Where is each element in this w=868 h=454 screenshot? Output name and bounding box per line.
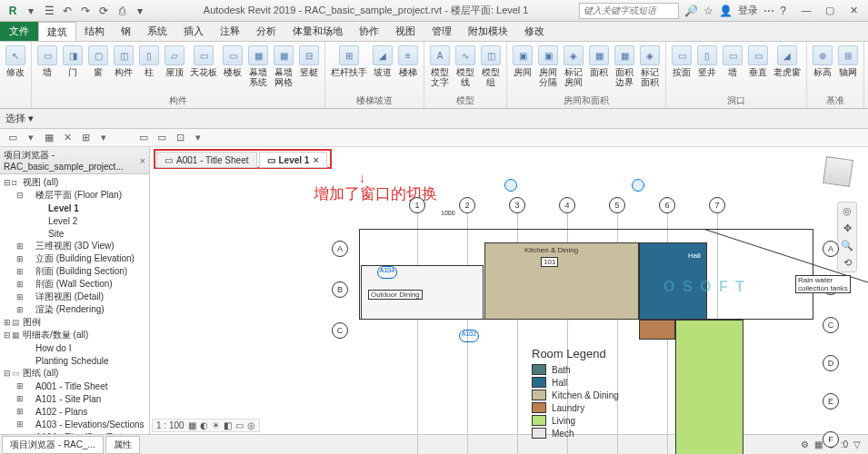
vc-sun-icon[interactable]: ☀ (212, 420, 220, 430)
tree-item[interactable]: ⊞A103 - Elevations/Sections (0, 418, 149, 430)
exchange-icon[interactable]: ⋯ (763, 5, 774, 17)
ribbon-tab[interactable]: 建筑 (38, 22, 76, 41)
ribbon-button[interactable]: ▭楼板 (221, 44, 244, 94)
maximize-icon[interactable]: ▢ (819, 5, 841, 16)
ribbon-button[interactable]: ≡楼梯 (396, 44, 420, 94)
tree-item[interactable]: How do I (0, 341, 149, 354)
tab-close-icon[interactable]: × (313, 154, 318, 165)
tree-item[interactable]: ⊞立面 (Building Elevation) (0, 252, 149, 265)
grid-bubble[interactable]: F (823, 431, 839, 448)
vc-icon[interactable]: ▾ (191, 131, 205, 145)
close-icon[interactable]: ✕ (843, 5, 864, 16)
status-tab[interactable]: 项目浏览器 - RAC_... (2, 436, 104, 454)
ribbon-button[interactable]: ▱屋顶 (163, 44, 186, 94)
tree-item[interactable]: Level 1 (0, 202, 149, 214)
vc-icon[interactable]: ⊡ (173, 131, 187, 145)
tree-item[interactable]: ⊟▦明细表/数量 (all) (0, 329, 149, 341)
view-control-strip[interactable]: 1 : 100 ▦ ◐ ☀ ◧ ▭ ◎ (152, 419, 260, 432)
ribbon-button[interactable]: ◢老虎窗 (772, 44, 803, 94)
tree-item[interactable]: ⊞A102 - Plans (0, 405, 149, 418)
ribbon-button[interactable]: ▦幕墙 网格 (272, 44, 295, 94)
tree-item[interactable]: ⊞A104 - Elev./Sec./Det. (0, 430, 149, 434)
ribbon-button[interactable]: ◫构件 (112, 44, 135, 94)
grid-bubble[interactable]: E (823, 393, 839, 410)
ribbon-tab[interactable]: 协作 (351, 22, 387, 41)
vc-icon[interactable]: ▭ (5, 131, 20, 145)
ribbon-button[interactable]: ▭墙 (721, 44, 744, 94)
minimize-icon[interactable]: — (795, 5, 817, 16)
grid-bubble[interactable]: 2 (459, 197, 475, 213)
qat-sync-icon[interactable]: ⟳ (96, 4, 111, 18)
ribbon-button[interactable]: ▯竖井 (695, 44, 719, 94)
ribbon-button[interactable]: ▣房间 分隔 (536, 44, 560, 94)
file-menu[interactable]: 文件 (0, 22, 38, 41)
qat-print-icon[interactable]: ⎙ (115, 4, 129, 18)
favorite-icon[interactable]: ☆ (703, 5, 713, 17)
tree-item[interactable]: ⊞渲染 (Rendering) (0, 303, 149, 316)
scale-label[interactable]: 1 : 100 (156, 420, 185, 430)
status-filter-icon[interactable]: ▽ (853, 439, 861, 449)
browser-close-icon[interactable]: × (140, 155, 145, 166)
grid-bubble[interactable]: C (332, 322, 348, 339)
ribbon-button[interactable]: A模型 文字 (428, 44, 452, 94)
qat-undo-icon[interactable]: ↶ (60, 4, 75, 18)
ribbon-button[interactable]: ▦面积 边界 (613, 44, 636, 94)
search-input[interactable] (579, 3, 679, 19)
vc-visual-icon[interactable]: ◐ (200, 420, 208, 430)
grid-bubble[interactable]: 7 (709, 197, 725, 213)
ribbon-button[interactable]: ▭墙 (35, 44, 59, 94)
ribbon-button[interactable]: ▯柱 (137, 44, 161, 94)
ribbon-tab[interactable]: 分析 (248, 22, 284, 41)
ribbon-button[interactable]: ◨门 (61, 44, 85, 94)
grid-bubble[interactable]: A (823, 241, 839, 257)
section-marker[interactable] (632, 179, 644, 192)
tree-item[interactable]: ⊞A101 - Site Plan (0, 392, 149, 405)
ribbon-tab[interactable]: 管理 (424, 22, 460, 41)
vc-icon[interactable]: ▦ (42, 131, 56, 145)
ribbon-button[interactable]: ◫模型 组 (479, 44, 503, 94)
grid-bubble[interactable]: 1 (409, 197, 425, 213)
ribbon-tab[interactable]: 注释 (212, 22, 248, 41)
ribbon-button[interactable]: ∿模型 线 (454, 44, 477, 94)
infocenter-icon[interactable]: 🔎 (684, 5, 698, 17)
ribbon-button[interactable]: ◈标记 房间 (562, 44, 585, 94)
app-icon[interactable]: R (5, 4, 20, 18)
tree-item[interactable]: ⊞剖面 (Wall Section) (0, 278, 149, 291)
ribbon-tab[interactable]: 附加模块 (460, 22, 516, 41)
ribbon-button[interactable]: ⊞栏杆扶手 (329, 44, 369, 94)
grid-bubble[interactable]: 3 (509, 197, 525, 213)
ribbon-tab[interactable]: 插入 (175, 22, 212, 41)
tree-item[interactable]: ⊟▭图纸 (all) (0, 367, 149, 380)
tree-item[interactable]: ⊞详图视图 (Detail) (0, 291, 149, 303)
tree-item[interactable]: ⊟楼层平面 (Floor Plan) (0, 189, 149, 202)
vc-icon[interactable]: ✕ (60, 131, 75, 145)
ribbon-button[interactable]: ⊟竖梃 (297, 44, 321, 94)
ribbon-button[interactable]: ◈标记 面积 (638, 44, 662, 94)
qat-redo-icon[interactable]: ↷ (78, 4, 93, 18)
ribbon-button[interactable]: ▣房间 (511, 44, 534, 94)
tree-item[interactable]: Site (0, 227, 149, 240)
document-tab[interactable]: ▭A001 - Title Sheet (156, 152, 257, 168)
ribbon-tab[interactable]: 钢 (113, 22, 139, 41)
ribbon-button[interactable]: ▢窗 (86, 44, 110, 94)
vc-detail-icon[interactable]: ▦ (188, 420, 196, 430)
tree-item[interactable]: ⊟◘视图 (all) (0, 176, 149, 189)
ribbon-button[interactable]: ▦面积 (587, 44, 611, 94)
ribbon-button[interactable]: ▭垂直 (746, 44, 770, 94)
drawing-canvas[interactable]: ▭A001 - Title Sheet▭Level 1× ↓ 增加了窗口的切换 … (150, 147, 868, 434)
document-tab[interactable]: ▭Level 1× (259, 152, 327, 168)
select-dropdown[interactable]: 选择 ▾ (5, 112, 34, 125)
vc-icon[interactable]: ▾ (24, 131, 38, 145)
browser-tree[interactable]: ⊟◘视图 (all)⊟楼层平面 (Floor Plan)Level 1Level… (0, 174, 149, 434)
vc-icon[interactable]: ▭ (155, 131, 169, 145)
grid-bubble[interactable]: B (332, 281, 348, 298)
signin-label[interactable]: 登录 (738, 4, 758, 17)
grid-bubble[interactable]: 5 (609, 197, 625, 213)
ribbon-button[interactable]: ◢坡道 (371, 44, 394, 94)
qat-open-icon[interactable]: ▾ (24, 4, 38, 18)
ribbon-button[interactable]: ▭按面 (670, 44, 693, 94)
ribbon-button[interactable]: ⊕标高 (811, 44, 834, 94)
grid-bubble[interactable]: 4 (559, 197, 575, 213)
ribbon-button[interactable]: ▭天花板 (188, 44, 219, 94)
ribbon-button[interactable]: ↖修改 (4, 44, 27, 108)
